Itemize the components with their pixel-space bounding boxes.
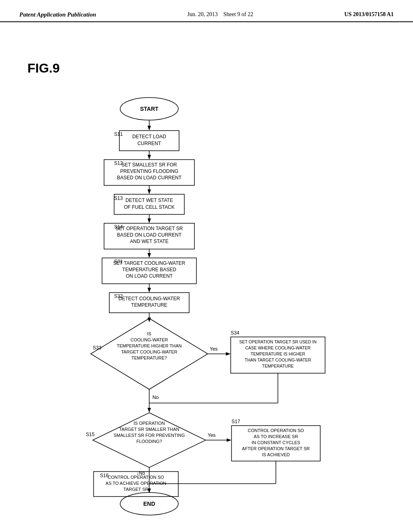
s15-d3: SMALLEST SR FOR PREVENTING: [114, 433, 185, 438]
s17-t1: CONTROL OPERATION SO: [248, 428, 304, 433]
s33-d1: IS: [147, 331, 151, 336]
page-header: Patent Application Publication Jun. 20, …: [0, 0, 413, 22]
s11-text2: CURRENT: [138, 141, 161, 146]
end-label: END: [143, 501, 155, 507]
s34-t2: CASE WHERE COOLING-WATER: [245, 345, 311, 350]
s32-t2: TEMPERATURE: [131, 302, 167, 308]
s13-step-label: S13: [114, 195, 123, 201]
header-publication: Patent Application Publication: [19, 11, 96, 18]
s31-t1: SET TARGET COOLING-WATER: [113, 260, 186, 266]
s15-yes: Yes: [208, 432, 216, 438]
s13-t1: DETECT WET STATE: [125, 197, 173, 203]
s33-step-label: S33: [93, 345, 102, 351]
s33-no: No: [152, 395, 159, 400]
s14-t3: AND WET STATE: [130, 239, 168, 244]
s17-t2: AS TO INCREASE SR: [254, 434, 298, 439]
s32-t1: DETECT COOLING-WATER: [119, 296, 180, 301]
s33-yes: Yes: [210, 346, 218, 352]
s14-t2: BASED ON LOAD CURRENT: [117, 232, 182, 238]
s31-t2: TEMPERATURE BASED: [122, 267, 176, 272]
s31-t3: ON LOAD CURRENT: [126, 273, 173, 279]
s12-t1: SET SMALLEST SR FOR: [121, 162, 177, 168]
s34-t3: TEMPERATURE IS HIGHER: [250, 351, 305, 356]
main-flowchart: FIG.9 START S11 DETECT LOAD CURRENT S12 …: [0, 52, 413, 530]
s17-t4: AFTER OPERATION TARGET SR: [242, 446, 310, 451]
s12-t3: BASED ON LOAD CURRENT: [117, 175, 182, 181]
s15-d2: TARGET SR SMALLER THAN: [119, 427, 179, 432]
s11-text1: DETECT LOAD: [132, 134, 166, 139]
s12-t2: PREVENTING FLOODING: [120, 168, 178, 174]
s17-t3: IN CONSTANT CYCLES: [252, 440, 300, 445]
s16-t2: AS TO ACHIEVE OPERATION: [106, 481, 166, 486]
s13-t2: OF FUEL CELL STACK: [124, 204, 175, 210]
s16-t1: CONTROL OPERATION SO: [108, 475, 164, 480]
s14-t1: SET OPERATION TARGET SR: [116, 226, 183, 231]
s15-d4: FLOODING?: [136, 439, 162, 444]
s33-d3: TEMPERATURE HIGHER THAN: [117, 343, 182, 348]
s11-step-label: S11: [114, 131, 123, 137]
fig-label: FIG.9: [27, 61, 60, 75]
s15-step-label: S15: [86, 432, 95, 437]
header-date-sheet: Jun. 20, 2013 Sheet 9 of 22: [187, 11, 253, 18]
s16-t3: TARGET SR: [123, 487, 148, 492]
s33-d5: TEMPERATURE?: [131, 355, 167, 360]
header-patent-number: US 2013/0157158 A1: [344, 11, 394, 18]
s34-t4: THAN TARGET COOLING-WATER: [245, 357, 311, 362]
s34-t1: SET OPERATION TARGET SR USED IN: [239, 339, 317, 344]
s34-step-label: S34: [231, 330, 240, 336]
s17-t5: IS ACHIEVED: [262, 452, 290, 457]
s34-t5: TEMPERATURE: [262, 364, 294, 368]
s17-step-label: S17: [232, 419, 240, 424]
s33-d4: TARGET COOLING-WATER: [121, 349, 177, 354]
s33-d2: COOLING-WATER: [131, 337, 168, 342]
start-label: START: [140, 106, 159, 112]
s15-d1: IS OPERATION: [133, 421, 165, 426]
